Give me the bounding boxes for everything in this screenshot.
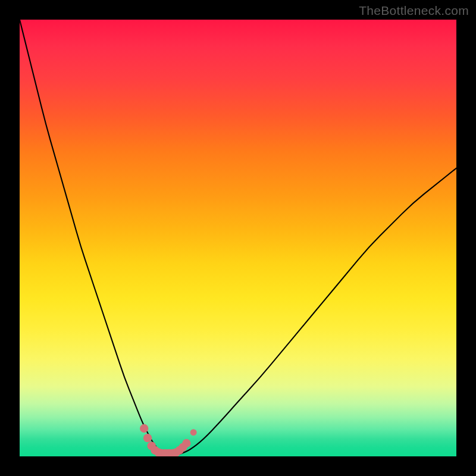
watermark-text: TheBottleneck.com xyxy=(359,4,469,18)
marker-point xyxy=(140,424,148,433)
plot-area xyxy=(20,20,456,456)
marker-point xyxy=(182,439,190,447)
chart-frame: TheBottleneck.com xyxy=(0,0,476,476)
plot-svg xyxy=(20,20,456,456)
curve-line xyxy=(20,20,456,455)
marker-point xyxy=(143,434,152,442)
marker-cluster xyxy=(140,424,197,456)
marker-point xyxy=(190,429,197,436)
